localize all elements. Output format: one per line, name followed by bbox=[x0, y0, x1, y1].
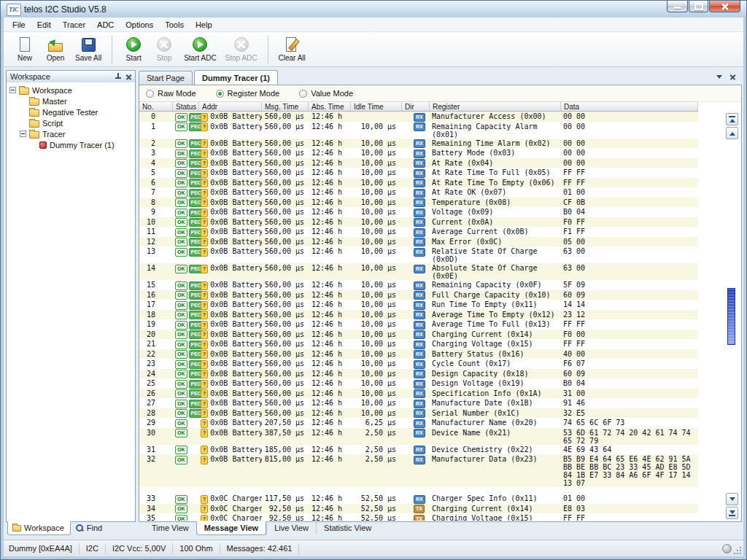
table-row[interactable]: 26OKPEC?0x0B Battery560,00 µs12:46 h10,0… bbox=[139, 389, 698, 399]
menu-edit[interactable]: Edit bbox=[31, 19, 57, 31]
table-row[interactable]: 8OKPEC?0x0B Battery560,00 µs12:46 h10,00… bbox=[139, 198, 698, 208]
table-row[interactable]: 6OKPEC?0x0B Battery560,00 µs12:46 h10,00… bbox=[139, 178, 698, 188]
column-header-no[interactable]: No. bbox=[139, 102, 173, 111]
new-button[interactable]: New bbox=[9, 34, 40, 63]
mode-raw-mode[interactable]: Raw Mode bbox=[146, 89, 196, 98]
table-row[interactable]: 15OKPEC?0x0B Battery560,00 µs12:46 h10,0… bbox=[139, 280, 698, 290]
tab-start-page[interactable]: Start Page bbox=[139, 71, 193, 85]
radio-icon[interactable] bbox=[146, 90, 154, 98]
table-row[interactable]: 16OKPEC?0x0B Battery560,00 µs12:46 h10,0… bbox=[139, 290, 698, 300]
open-button[interactable]: Open bbox=[40, 34, 71, 63]
column-header-dir[interactable]: Dir bbox=[402, 102, 430, 111]
table-row[interactable]: 21OKPEC?0x0B Battery560,00 µs12:46 h10,0… bbox=[139, 339, 698, 349]
column-header-addr[interactable]: Addr bbox=[199, 102, 262, 111]
tab-close-icon[interactable] bbox=[729, 74, 736, 80]
tree-expander-icon[interactable] bbox=[20, 131, 26, 137]
table-row[interactable]: 23OKPEC?0x0B Battery560,00 µs12:46 h10,0… bbox=[139, 359, 698, 369]
table-row[interactable]: 1OKPEC?0x0B Battery560,00 µs12:46 h10,00… bbox=[139, 122, 698, 139]
table-row[interactable]: 9OKPEC?0x0B Battery560,00 µs12:46 h10,00… bbox=[139, 207, 698, 217]
close-button[interactable] bbox=[709, 1, 740, 12]
menu-tracer[interactable]: Tracer bbox=[57, 19, 91, 31]
addr-query-badge: ? bbox=[201, 456, 208, 464]
table-row[interactable]: 30OK?0x0B Battery387,50 µs12:46 h2,50 µs… bbox=[139, 428, 698, 445]
start-button[interactable]: Start bbox=[118, 34, 149, 63]
scroll-thumb[interactable] bbox=[727, 288, 735, 345]
table-row[interactable]: 20OKPEC?0x0B Battery560,00 µs12:46 h10,0… bbox=[139, 330, 698, 340]
resize-grip[interactable] bbox=[733, 546, 742, 555]
table-row[interactable]: 19OKPEC?0x0B Battery560,00 µs12:46 h10,0… bbox=[139, 319, 698, 330]
clear-all-button[interactable]: Clear All bbox=[274, 34, 310, 63]
table-row[interactable]: 22OKPEC?0x0B Battery560,00 µs12:46 h10,0… bbox=[139, 349, 698, 359]
tree-item-master[interactable]: Master bbox=[7, 96, 135, 106]
tree-item-tracer[interactable]: Tracer bbox=[7, 128, 135, 139]
table-row[interactable]: 13OKPEC?0x0B Battery560,00 µs12:46 h10,0… bbox=[139, 246, 698, 263]
table-row[interactable]: 33OK?0x0C Charger117,50 µs12:46 h52,50 µ… bbox=[139, 494, 698, 504]
table-row[interactable]: 32OK?0x0B Battery815,00 µs12:46 h2,50 µs… bbox=[139, 454, 698, 487]
scroll-up-button[interactable] bbox=[726, 127, 738, 139]
tree-item-dummy-tracer-1[interactable]: Dummy Tracer (1) bbox=[7, 139, 135, 150]
radio-icon[interactable] bbox=[299, 90, 307, 98]
cell-data: 00 00 bbox=[561, 158, 698, 168]
cell-msg-time: 560,00 µs bbox=[262, 112, 309, 122]
column-header-msg-time[interactable]: Msg. Time bbox=[262, 102, 309, 111]
table-row[interactable]: 17OKPEC?0x0B Battery560,00 µs12:46 h10,0… bbox=[139, 300, 698, 310]
table-row[interactable]: 35OK?0x0C Charger92,50 µs12:46 h52,50 µs… bbox=[139, 513, 698, 521]
mode-value-mode[interactable]: Value Mode bbox=[299, 89, 353, 98]
table-row[interactable]: 18OKPEC?0x0B Battery560,00 µs12:46 h10,0… bbox=[139, 310, 698, 320]
scroll-down-button[interactable] bbox=[726, 493, 738, 505]
table-row[interactable]: 12OKPEC?0x0B Battery560,00 µs12:46 h10,0… bbox=[139, 237, 698, 247]
table-row[interactable]: 3OKPEC?0x0B Battery560,00 µs12:46 h10,00… bbox=[139, 148, 698, 158]
table-row[interactable]: 11OKPEC?0x0B Battery560,00 µs12:46 h10,0… bbox=[139, 227, 698, 237]
scroll-to-bottom-button[interactable] bbox=[726, 507, 738, 519]
tab-dummy-tracer-1[interactable]: Dummy Tracer (1) bbox=[194, 70, 278, 85]
column-header-idle-time[interactable]: Idle Time bbox=[351, 102, 402, 111]
cell-register: Remaining Time Alarm (0x02) bbox=[430, 139, 561, 149]
scroll-to-top-button[interactable] bbox=[726, 113, 738, 125]
addr-query-badge: ? bbox=[201, 189, 208, 198]
pin-icon[interactable] bbox=[115, 73, 122, 80]
table-row[interactable]: 29OK?0x0B Battery207,50 µs12:46 h6,25 µs… bbox=[139, 418, 698, 428]
minimize-button[interactable] bbox=[667, 1, 688, 12]
table-row[interactable]: 24OKPEC?0x0B Battery560,00 µs12:46 h10,0… bbox=[139, 369, 698, 379]
tab-time-view[interactable]: Time View bbox=[144, 522, 196, 534]
table-row[interactable]: 25OKPEC?0x0B Battery560,00 µs12:46 h10,0… bbox=[139, 378, 698, 389]
column-header-abs-time[interactable]: Abs. Time bbox=[309, 102, 351, 111]
table-row[interactable]: 7OKPEC?0x0B Battery560,00 µs12:46 h10,00… bbox=[139, 187, 698, 198]
cell-no: 18 bbox=[139, 310, 173, 320]
tree-expander-icon[interactable] bbox=[9, 87, 16, 93]
cell-idle-time: 10,00 µs bbox=[351, 139, 402, 149]
tab-workspace[interactable]: Workspace bbox=[7, 521, 71, 535]
radio-selected-icon[interactable] bbox=[216, 90, 224, 98]
tab-message-view[interactable]: Message View bbox=[196, 521, 266, 535]
table-row[interactable]: 28OKPEC?0x0B Battery560,00 µs12:46 h10,0… bbox=[139, 408, 698, 419]
save-all-button[interactable]: Save All bbox=[71, 34, 106, 63]
table-row[interactable]: 34OK?0x0C Charger92,50 µs12:46 h52,50 µs… bbox=[139, 504, 698, 514]
mode-register-mode[interactable]: Register Mode bbox=[216, 89, 280, 98]
table-row[interactable]: 2OKPEC?0x0B Battery560,00 µs12:46 h10,00… bbox=[139, 139, 698, 149]
table-row[interactable]: 0OKPEC?0x0B Battery560,00 µs12:46 hRXMan… bbox=[139, 112, 698, 122]
menu-options[interactable]: Options bbox=[120, 19, 159, 31]
column-header-register[interactable]: Register bbox=[430, 102, 561, 111]
table-row[interactable]: 31OK?0x0B Battery185,00 µs12:46 h2,50 µs… bbox=[139, 445, 698, 455]
column-header-data[interactable]: Data bbox=[561, 102, 698, 111]
menu-help[interactable]: Help bbox=[190, 19, 218, 31]
menu-file[interactable]: File bbox=[7, 19, 31, 31]
tab-find[interactable]: Find bbox=[71, 522, 108, 534]
tree-item-workspace[interactable]: Workspace bbox=[7, 85, 135, 96]
tree-item-negative-tester[interactable]: Negative Tester bbox=[7, 106, 135, 117]
table-row[interactable]: 5OKPEC?0x0B Battery560,00 µs12:46 h10,00… bbox=[139, 168, 698, 178]
menu-tools[interactable]: Tools bbox=[159, 19, 190, 31]
start-adc-button[interactable]: Start ADC bbox=[179, 34, 220, 63]
menu-adc[interactable]: ADC bbox=[91, 19, 120, 31]
tab-statistic-view[interactable]: Statistic View bbox=[316, 522, 379, 534]
table-row[interactable]: 14OKPEC?0x0B Battery560,00 µs12:46 h10,0… bbox=[139, 263, 698, 280]
column-header-status[interactable]: Status bbox=[173, 102, 199, 111]
table-row[interactable]: 27OKPEC?0x0B Battery560,00 µs12:46 h10,0… bbox=[139, 398, 698, 408]
maximize-button[interactable] bbox=[689, 1, 708, 12]
tree-item-script[interactable]: Script bbox=[7, 117, 135, 128]
table-row[interactable]: 10OKPEC?0x0B Battery560,00 µs12:46 h10,0… bbox=[139, 217, 698, 228]
panel-close-icon[interactable] bbox=[125, 74, 132, 80]
tab-live-view[interactable]: Live View bbox=[266, 522, 316, 534]
chevron-down-icon[interactable] bbox=[716, 75, 722, 79]
table-row[interactable]: 4OKPEC?0x0B Battery560,00 µs12:46 h10,00… bbox=[139, 158, 698, 168]
